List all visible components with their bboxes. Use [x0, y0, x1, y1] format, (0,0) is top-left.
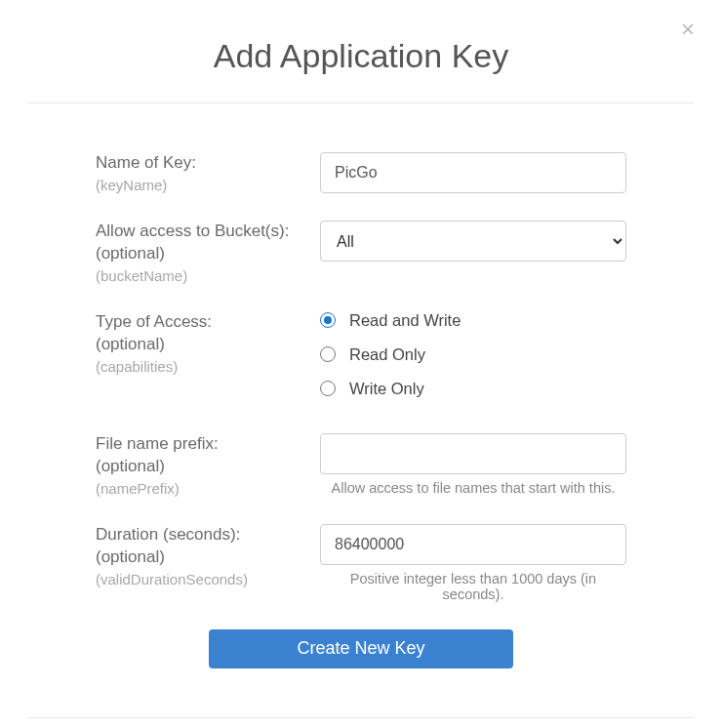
field-col: Allow access to file names that start wi…	[320, 433, 626, 497]
row-prefix: File name prefix: (optional) (namePrefix…	[96, 433, 626, 497]
duration-input[interactable]	[320, 524, 626, 565]
access-hint: (capabilities)	[96, 358, 320, 375]
prefix-input[interactable]	[320, 433, 626, 474]
duration-help: Positive integer less than 1000 days (in…	[320, 571, 626, 602]
duration-hint: (validDurationSeconds)	[96, 571, 320, 587]
close-button[interactable]: ×	[681, 18, 695, 41]
field-col: Read and Write Read Only Write Only	[320, 311, 626, 398]
key-name-hint: (keyName)	[96, 177, 320, 193]
access-label: Type of Access:	[96, 311, 320, 334]
label-col: File name prefix: (optional) (namePrefix…	[96, 433, 320, 497]
label-col: Allow access to Bucket(s): (optional) (b…	[96, 221, 320, 284]
bucket-select[interactable]: All	[320, 221, 626, 262]
radio-read-write[interactable]: Read and Write	[320, 311, 626, 330]
row-key-name: Name of Key: (keyName)	[96, 152, 626, 193]
duration-optional: (optional)	[96, 546, 320, 569]
radio-read-only[interactable]: Read Only	[320, 345, 626, 364]
dialog-footer: Cancel	[27, 718, 695, 728]
prefix-hint: (namePrefix)	[96, 480, 320, 497]
close-icon: ×	[681, 16, 695, 42]
key-name-input[interactable]	[320, 152, 626, 193]
add-application-key-dialog: × Add Application Key Name of Key: (keyN…	[0, 0, 722, 728]
bucket-label: Allow access to Bucket(s):	[96, 221, 320, 243]
radio-icon	[320, 346, 336, 362]
form-body: Name of Key: (keyName) Allow access to B…	[27, 103, 695, 692]
row-access: Type of Access: (optional) (capabilities…	[96, 311, 626, 398]
bucket-optional: (optional)	[96, 243, 320, 265]
field-col	[320, 152, 626, 193]
prefix-help: Allow access to file names that start wi…	[320, 480, 626, 496]
label-col: Name of Key: (keyName)	[96, 152, 320, 193]
field-col: Positive integer less than 1000 days (in…	[320, 524, 626, 602]
prefix-label: File name prefix:	[96, 433, 320, 456]
radio-label-wo: Write Only	[349, 380, 424, 398]
radio-write-only[interactable]: Write Only	[320, 380, 626, 398]
radio-icon	[320, 312, 336, 328]
label-col: Type of Access: (optional) (capabilities…	[96, 311, 320, 398]
radio-label-rw: Read and Write	[349, 311, 461, 330]
create-new-key-button[interactable]: Create New Key	[209, 629, 513, 668]
key-name-label: Name of Key:	[96, 152, 320, 175]
bucket-hint: (bucketName)	[96, 267, 320, 284]
field-col: All	[320, 221, 626, 284]
radio-icon	[320, 381, 336, 396]
prefix-optional: (optional)	[96, 456, 320, 478]
row-bucket: Allow access to Bucket(s): (optional) (b…	[96, 221, 626, 284]
radio-label-ro: Read Only	[349, 345, 425, 364]
access-optional: (optional)	[96, 334, 320, 356]
dialog-title: Add Application Key	[27, 37, 695, 75]
row-duration: Duration (seconds): (optional) (validDur…	[96, 524, 626, 602]
access-radio-group: Read and Write Read Only Write Only	[320, 311, 626, 398]
label-col: Duration (seconds): (optional) (validDur…	[96, 524, 320, 602]
duration-label: Duration (seconds):	[96, 524, 320, 546]
